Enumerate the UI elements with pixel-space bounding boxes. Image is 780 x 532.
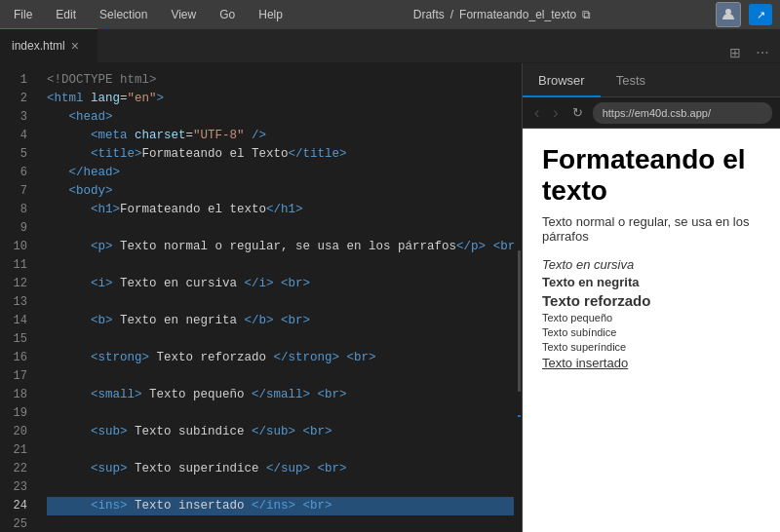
code-line-11: [47, 256, 514, 275]
line-num: 20: [0, 423, 27, 441]
code-line-10: <p> Texto normal o regular, se usa en lo…: [47, 238, 514, 256]
line-num: 4: [0, 127, 27, 145]
editor-area: 1 2 3 4 5 6 7 8 9 10 11 12 13 14 15 16 1…: [0, 63, 522, 532]
preview-line-ins: Texto insertado: [542, 356, 760, 370]
line-num: 12: [0, 275, 27, 293]
code-line-24: <ins> Texto insertado </ins> <br>: [47, 497, 514, 515]
code-line-4: <meta charset="UTF-8" />: [47, 127, 514, 145]
line-num: 19: [0, 404, 27, 423]
editor-minimap: [514, 63, 522, 532]
line-num: 17: [0, 367, 27, 386]
preview-line-sub: Texto subíndice: [542, 326, 760, 338]
preview-h1: Formateando el texto: [542, 144, 760, 207]
line-num: 16: [0, 349, 27, 367]
line-num: 13: [0, 293, 27, 312]
nav-refresh-button[interactable]: ↻: [568, 103, 587, 122]
menu-selection[interactable]: Selection: [94, 6, 153, 23]
line-num: 11: [0, 256, 27, 275]
code-line-25: [47, 515, 514, 532]
line-num: 6: [0, 164, 27, 182]
preview-line-small: Texto pequeño: [542, 312, 760, 323]
code-line-17: [47, 367, 514, 386]
preview-tabs: Browser Tests: [523, 63, 780, 97]
title-bar-actions: ↗: [716, 2, 772, 27]
url-bar[interactable]: https://em40d.csb.app/: [593, 102, 772, 124]
code-editor[interactable]: 1 2 3 4 5 6 7 8 9 10 11 12 13 14 15 16 1…: [0, 63, 522, 532]
avatar: [716, 2, 741, 27]
code-line-5: <title>Formateando el Texto</title>: [47, 145, 514, 164]
line-num: 1: [0, 71, 27, 90]
preview-line-strong: Texto reforzado: [542, 292, 760, 309]
nav-forward-button[interactable]: ›: [549, 102, 562, 124]
line-num: 8: [0, 201, 27, 219]
code-line-13: [47, 293, 514, 312]
nav-back-button[interactable]: ‹: [530, 102, 543, 124]
menu-view[interactable]: View: [165, 6, 202, 23]
preview-content: Formateando el texto Texto normal o regu…: [523, 129, 780, 532]
tab-label: index.html: [12, 39, 65, 53]
title-bar: File Edit Selection View Go Help Drafts …: [0, 0, 780, 29]
code-line-7: <body>: [47, 182, 514, 201]
tab-index-html[interactable]: index.html ×: [0, 28, 98, 62]
line-num: 24: [0, 497, 27, 515]
code-line-2: <html lang="en">: [47, 90, 514, 108]
line-numbers: 1 2 3 4 5 6 7 8 9 10 11 12 13 14 15 16 1…: [0, 63, 39, 532]
main-content: 1 2 3 4 5 6 7 8 9 10 11 12 13 14 15 16 1…: [0, 63, 780, 532]
line-num: 14: [0, 312, 27, 330]
breadcrumb-file: Formateando_el_texto: [459, 8, 576, 21]
code-line-21: [47, 441, 514, 460]
menu-help[interactable]: Help: [253, 6, 289, 23]
line-num: 5: [0, 145, 27, 164]
code-line-22: <sup> Texto superíndice </sup> <br>: [47, 460, 514, 478]
code-line-18: <small> Texto pequeño </small> <br>: [47, 386, 514, 404]
line-num: 7: [0, 182, 27, 201]
more-options-icon[interactable]: ···: [753, 43, 772, 62]
code-line-12: <i> Texto en cursiva </i> <br>: [47, 275, 514, 293]
preview-line-italic: Texto en cursiva: [542, 257, 760, 272]
preview-panel: Browser Tests ‹ › ↻ https://em40d.csb.ap…: [522, 63, 780, 532]
preview-line-normal: Texto normal o regular, se usa en los pá…: [542, 214, 760, 244]
tab-bar: index.html × ⊞ ···: [0, 29, 780, 63]
code-content[interactable]: <!DOCTYPE html> <html lang="en"> <head> …: [39, 63, 514, 532]
external-link-icon: ⧉: [582, 8, 591, 21]
line-num: 2: [0, 90, 27, 108]
code-line-16: <strong> Texto reforzado </strong> <br>: [47, 349, 514, 367]
breadcrumb: Drafts / Formateando_el_texto ⧉: [413, 8, 591, 21]
url-text: https://em40d.csb.app/: [603, 107, 711, 119]
preview-line-sup: Texto superíndice: [542, 341, 760, 353]
code-line-8: <h1>Formateando el texto</h1>: [47, 201, 514, 219]
tab-browser[interactable]: Browser: [523, 63, 601, 97]
preview-nav: ‹ › ↻ https://em40d.csb.app/: [523, 97, 780, 129]
breadcrumb-sep: /: [450, 8, 453, 21]
line-num: 23: [0, 478, 27, 497]
line-num: 25: [0, 515, 27, 532]
line-num: 15: [0, 330, 27, 349]
code-line-6: </head>: [47, 164, 514, 182]
preview-spacer: [542, 247, 760, 254]
code-line-20: <sub> Texto subíndice </sub> <br>: [47, 423, 514, 441]
split-editor-icon[interactable]: ⊞: [725, 43, 745, 62]
breadcrumb-folder: Drafts: [413, 8, 445, 21]
menu-edit[interactable]: Edit: [50, 6, 82, 23]
share-icon[interactable]: ↗: [749, 4, 772, 25]
tab-tests[interactable]: Tests: [601, 63, 661, 97]
tab-close-button[interactable]: ×: [71, 39, 79, 53]
code-line-3: <head>: [47, 108, 514, 127]
menu-go[interactable]: Go: [214, 6, 241, 23]
cursor-line-indicator: [518, 415, 521, 417]
line-num: 22: [0, 460, 27, 478]
line-num: 18: [0, 386, 27, 404]
line-num: 10: [0, 238, 27, 256]
preview-line-bold: Texto en negrita: [542, 275, 760, 289]
code-line-14: <b> Texto en negrita </b> <br>: [47, 312, 514, 330]
menu-bar: File Edit Selection View Go Help: [8, 6, 289, 23]
line-num: 3: [0, 108, 27, 127]
code-line-9: [47, 219, 514, 238]
scrollbar-thumb: [518, 250, 521, 391]
line-num: 9: [0, 219, 27, 238]
line-num: 21: [0, 441, 27, 460]
code-line-23: [47, 478, 514, 497]
code-line-1: <!DOCTYPE html>: [47, 71, 514, 90]
code-line-15: [47, 330, 514, 349]
menu-file[interactable]: File: [8, 6, 38, 23]
